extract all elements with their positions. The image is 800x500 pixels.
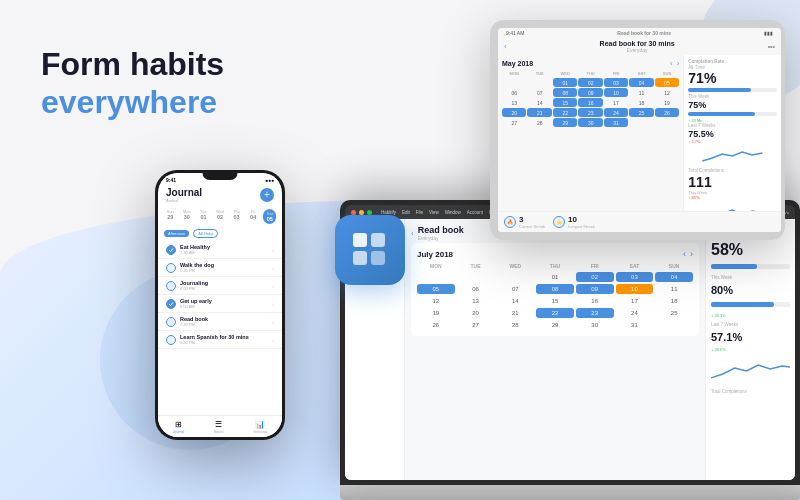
- laptop-back-button[interactable]: ‹: [411, 229, 414, 238]
- cal-day[interactable]: 27: [457, 320, 495, 330]
- cal-day[interactable]: 06: [457, 284, 495, 294]
- ipad-cal-next[interactable]: ›: [677, 59, 680, 68]
- cal-day[interactable]: 26: [417, 320, 455, 330]
- cal-day[interactable]: 01: [536, 272, 574, 282]
- list-item[interactable]: Eat Healthy 7:30 AM ›: [158, 241, 282, 259]
- cal-day[interactable]: 28: [527, 118, 551, 127]
- more-options-icon[interactable]: •••: [768, 43, 775, 50]
- cal-day[interactable]: 25: [629, 108, 653, 117]
- list-item[interactable]: Learn Spanish for 30 mins 6:30 PM ›: [158, 331, 282, 349]
- app-icon-container: [335, 215, 405, 285]
- list-item[interactable]: Journaling 6:00 PM ›: [158, 277, 282, 295]
- cal-day[interactable]: 27: [502, 118, 526, 127]
- cal-day[interactable]: 08: [536, 284, 574, 294]
- phone-nav-habits[interactable]: ☰ Habits: [214, 420, 224, 434]
- phone-filter-all-habit[interactable]: All Habit: [193, 229, 218, 238]
- cal-day[interactable]: 12: [655, 88, 679, 97]
- laptop-this-week-value: 80%: [711, 284, 790, 296]
- cal-day[interactable]: 02: [578, 78, 602, 87]
- phone-add-button[interactable]: +: [260, 188, 274, 202]
- cal-day[interactable]: 15: [536, 296, 574, 306]
- menu-habitify[interactable]: Habitify: [381, 210, 396, 215]
- cal-day[interactable]: 03: [616, 272, 654, 282]
- menu-window[interactable]: Window: [445, 210, 461, 215]
- laptop-cal-next[interactable]: ›: [690, 249, 693, 259]
- phone-date-thu: Thu 03: [230, 209, 243, 224]
- mac-close-button[interactable]: [351, 210, 356, 215]
- cal-day[interactable]: 29: [553, 118, 577, 127]
- cal-day[interactable]: 13: [502, 98, 526, 107]
- cal-day[interactable]: 20: [502, 108, 526, 117]
- menu-file[interactable]: File: [416, 210, 423, 215]
- mac-minimize-button[interactable]: [359, 210, 364, 215]
- cal-day[interactable]: 06: [502, 88, 526, 97]
- ipad-cal-dow-row: MON TUE WED THU FRI SAT SUN: [502, 71, 679, 76]
- cal-day[interactable]: 07: [527, 88, 551, 97]
- habit-check-icon: [166, 245, 176, 255]
- cal-day[interactable]: 03: [604, 78, 628, 87]
- cal-day[interactable]: 31: [604, 118, 628, 127]
- cal-day[interactable]: 24: [616, 308, 654, 318]
- cal-day[interactable]: 22: [553, 108, 577, 117]
- total-chart-icon: [688, 202, 777, 211]
- mac-fullscreen-button[interactable]: [367, 210, 372, 215]
- cal-day[interactable]: 15: [553, 98, 577, 107]
- cal-day[interactable]: 11: [655, 284, 693, 294]
- cal-day[interactable]: 25: [655, 308, 693, 318]
- cal-day[interactable]: 10: [604, 88, 628, 97]
- cal-day[interactable]: 29: [536, 320, 574, 330]
- list-item[interactable]: Read book 7:30 PM ›: [158, 313, 282, 331]
- laptop-cal-month: July 2018: [417, 250, 453, 259]
- cal-day[interactable]: 28: [496, 320, 534, 330]
- cal-day[interactable]: 22: [536, 308, 574, 318]
- cal-day[interactable]: 23: [576, 308, 614, 318]
- menu-account[interactable]: Account: [467, 210, 483, 215]
- cal-day[interactable]: 02: [576, 272, 614, 282]
- cal-day[interactable]: 11: [629, 88, 653, 97]
- ipad-cal-prev[interactable]: ‹: [670, 59, 673, 68]
- menu-edit[interactable]: Edit: [402, 210, 410, 215]
- cal-day[interactable]: 14: [496, 296, 534, 306]
- laptop-cal-prev[interactable]: ‹: [683, 249, 686, 259]
- cal-day[interactable]: 09: [576, 284, 614, 294]
- cal-day[interactable]: 21: [496, 308, 534, 318]
- cal-day[interactable]: 16: [578, 98, 602, 107]
- cal-day[interactable]: 01: [553, 78, 577, 87]
- streak-icon: 🔥: [504, 216, 516, 228]
- cal-day[interactable]: 18: [629, 98, 653, 107]
- cal-day[interactable]: 05: [417, 284, 455, 294]
- cal-day[interactable]: 31: [616, 320, 654, 330]
- cal-day[interactable]: 18: [655, 296, 693, 306]
- total-value: 111: [688, 174, 777, 190]
- cal-day[interactable]: 04: [629, 78, 653, 87]
- menu-view[interactable]: View: [429, 210, 439, 215]
- cal-day[interactable]: 19: [417, 308, 455, 318]
- cal-day[interactable]: 08: [553, 88, 577, 97]
- phone-nav-statistics[interactable]: 📊 Statistics: [253, 420, 267, 434]
- cal-day[interactable]: 30: [578, 118, 602, 127]
- cal-day[interactable]: 23: [578, 108, 602, 117]
- list-item[interactable]: Walk the dog 5:30 PM ›: [158, 259, 282, 277]
- habit-info: Learn Spanish for 30 mins 6:30 PM: [180, 334, 268, 345]
- list-item[interactable]: Get up early 6:00 AM ›: [158, 295, 282, 313]
- cal-day[interactable]: 10: [616, 284, 654, 294]
- cal-day[interactable]: 26: [655, 108, 679, 117]
- cal-day[interactable]: 04: [655, 272, 693, 282]
- cal-day[interactable]: 12: [417, 296, 455, 306]
- cal-day[interactable]: 17: [604, 98, 628, 107]
- cal-day[interactable]: 13: [457, 296, 495, 306]
- cal-day[interactable]: 19: [655, 98, 679, 107]
- cal-day[interactable]: 17: [616, 296, 654, 306]
- phone-filter-afternoon[interactable]: Afternoon: [164, 230, 189, 237]
- cal-day[interactable]: 05: [655, 78, 679, 87]
- cal-day[interactable]: 09: [578, 88, 602, 97]
- cal-day[interactable]: 20: [457, 308, 495, 318]
- phone-nav-journal[interactable]: ⊞ Journal: [173, 420, 184, 434]
- cal-day[interactable]: 07: [496, 284, 534, 294]
- cal-day[interactable]: 14: [527, 98, 551, 107]
- cal-day[interactable]: 24: [604, 108, 628, 117]
- ipad-back-arrow[interactable]: ‹: [504, 42, 507, 51]
- cal-day[interactable]: 30: [576, 320, 614, 330]
- cal-day[interactable]: 21: [527, 108, 551, 117]
- cal-day[interactable]: 16: [576, 296, 614, 306]
